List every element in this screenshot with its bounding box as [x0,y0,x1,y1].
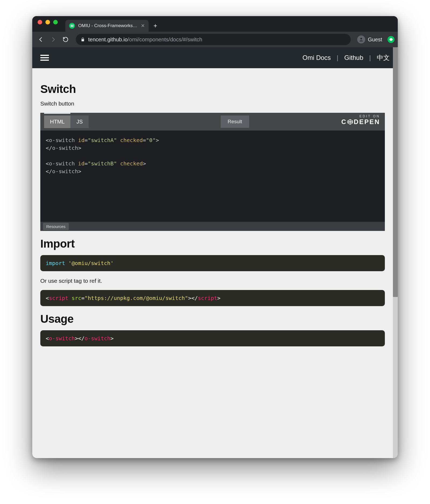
code-import[interactable]: import '@omiu/switch' [40,255,385,271]
page-content: Switch Switch button HTML JS Result EDIT… [32,68,393,346]
nav-chinese[interactable]: 中文 [377,53,390,62]
forward-button[interactable] [48,34,59,45]
url-text: tencent.github.io/omi/components/docs/#/… [88,37,202,43]
favicon-icon: M [69,23,75,29]
reload-button[interactable] [60,34,71,45]
code-script-tag[interactable]: <script src="https://unpkg.com/@omiu/swi… [40,290,385,306]
titlebar: M OMIU - Cross-Frameworks UI F ✕ + [32,16,398,32]
scrollbar-thumb[interactable] [393,47,398,297]
section-usage-heading: Usage [40,313,385,325]
codepen-open-link[interactable]: EDIT ON CDEPEN [341,114,380,126]
browser-toolbar: tencent.github.io/omi/components/docs/#/… [32,32,398,47]
close-tab-icon[interactable]: ✕ [141,23,145,28]
codepen-embed: HTML JS Result EDIT ON CDEPEN <o-switch … [40,113,385,231]
codepen-code-panel[interactable]: <o-switch id="switchA" checked="0"> </o-… [40,130,385,222]
tab-title: OMIU - Cross-Frameworks UI F [78,23,138,28]
codepen-tab-js[interactable]: JS [70,115,88,128]
address-bar[interactable]: tencent.github.io/omi/components/docs/#/… [76,34,351,45]
divider: | [337,54,338,61]
profile-label: Guest [368,37,382,43]
svg-point-0 [360,38,362,39]
codepen-logo-icon: CDEPEN [341,118,380,126]
site-header: Omi Docs | Github | 中文 [32,47,398,68]
menu-icon[interactable] [40,53,49,62]
back-button[interactable] [35,34,46,45]
divider: | [369,54,371,61]
browser-window: M OMIU - Cross-Frameworks UI F ✕ + tence… [32,16,398,458]
minimize-window-button[interactable] [45,20,50,24]
codepen-editon-label: EDIT ON [341,114,380,118]
maximize-window-button[interactable] [53,20,58,24]
scrollbar-track[interactable] [393,47,398,458]
profile-button[interactable]: Guest [356,35,384,43]
svg-marker-1 [389,38,393,41]
codepen-resources-button[interactable]: Resources [43,223,69,230]
page-title: Switch [40,83,385,96]
close-window-button[interactable] [38,20,42,24]
code-usage[interactable]: <o-switch></o-switch> [40,330,385,346]
extension-badge-icon[interactable] [388,36,395,43]
page-subtitle: Switch button [40,100,385,107]
codepen-footer: Resources [40,222,385,231]
browser-tab[interactable]: M OMIU - Cross-Frameworks UI F ✕ [65,20,149,32]
codepen-toolbar: HTML JS Result EDIT ON CDEPEN [40,113,385,130]
codepen-tab-html[interactable]: HTML [44,115,70,128]
lock-icon [81,37,85,42]
nav-github[interactable]: Github [344,54,363,61]
traffic-lights [38,16,64,32]
new-tab-button[interactable]: + [149,20,162,32]
nav-omi-docs[interactable]: Omi Docs [302,54,331,61]
codepen-tab-result[interactable]: Result [221,115,249,128]
import-note: Or use script tag to ref it. [40,278,385,284]
header-nav: Omi Docs | Github | 中文 [302,53,390,62]
avatar-icon [357,35,365,43]
section-import-heading: Import [40,237,385,250]
page-viewport: Omi Docs | Github | 中文 Switch Switch but… [32,47,398,458]
